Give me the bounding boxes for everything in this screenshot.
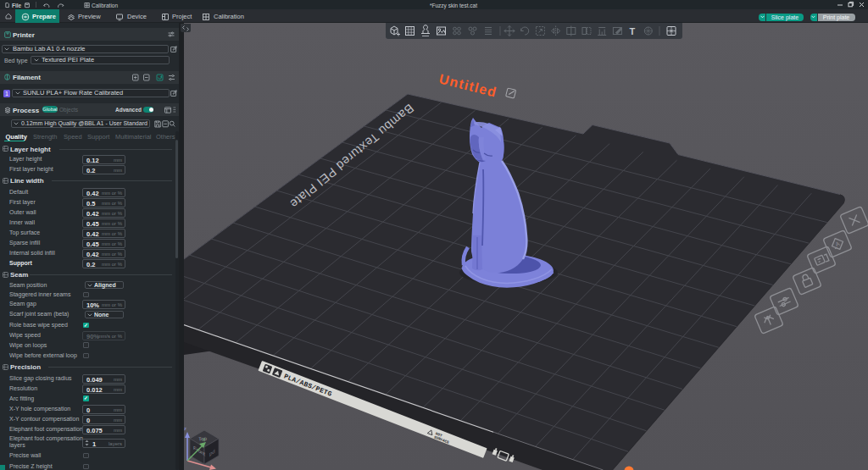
- svg-text:Untitled: Untitled: [437, 71, 498, 99]
- svg-text:z: z: [184, 426, 186, 431]
- svg-text:A: A: [834, 241, 840, 247]
- svg-text:T: T: [630, 26, 636, 36]
- svg-text:y: y: [203, 436, 205, 441]
